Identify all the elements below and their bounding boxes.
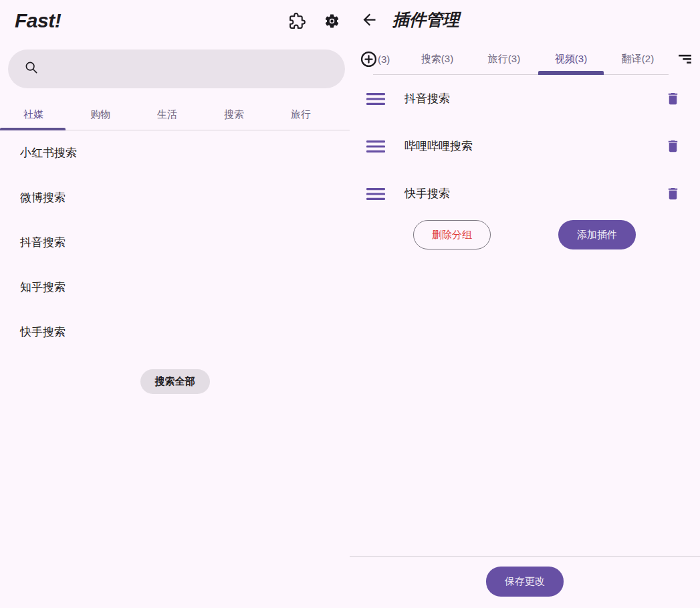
settings-button[interactable] [324,13,340,29]
tab-travel[interactable]: 旅行 [267,99,334,130]
trash-icon [665,186,681,201]
list-item[interactable]: 微博搜索 [0,175,350,220]
plugin-group-tab-bar: (3) 搜索(3) 旅行(3) 视频(3) 翻译(2) [350,43,700,75]
trash-icon [665,91,681,106]
plugin-name: 抖音搜索 [404,91,665,106]
header-actions [289,13,340,29]
tab-group-translate[interactable]: 翻译(2) [604,43,671,75]
sort-icon [677,51,693,68]
search-input[interactable] [48,49,345,88]
extension-icon [289,13,306,29]
sort-button[interactable] [677,51,693,68]
save-changes-button[interactable]: 保存更改 [486,567,564,597]
spacer [350,249,700,556]
tab-label: 搜索(3) [421,53,453,66]
tab-life[interactable]: 生活 [134,99,201,130]
app-window: Fast! [0,0,700,608]
plugin-row: 快手搜索 [350,170,700,217]
plugin-name: 快手搜索 [404,186,665,201]
drag-handle-icon[interactable] [366,187,385,201]
plugin-manager-header: 插件管理 [350,0,700,33]
tab-label: 旅行(3) [488,53,520,66]
tab-label: 视频(3) [555,53,587,66]
plugin-list: 抖音搜索 哔哩哔哩搜索 [350,75,700,217]
extension-button[interactable] [289,13,306,29]
search-bar[interactable] [8,49,345,88]
bottom-bar: 保存更改 [350,556,700,608]
tab-group-search[interactable]: 搜索(3) [404,43,471,75]
tab-social[interactable]: 社媒 [0,99,67,130]
drag-handle-icon[interactable] [366,140,385,153]
trash-icon [665,138,681,154]
tab-shopping[interactable]: 购物 [67,99,134,130]
tab-group-travel[interactable]: 旅行(3) [471,43,538,75]
home-pane: Fast! [0,0,350,608]
delete-plugin-button[interactable] [665,138,681,154]
tab-label: 社媒 [23,108,43,121]
search-all-wrap: 搜索全部 [0,369,350,394]
group-tab-bar: 社媒 购物 生活 搜索 旅行 [0,99,350,130]
group-actions: 删除分组 添加插件 [350,220,700,249]
tab-label: (3) [378,54,390,65]
search-all-button[interactable]: 搜索全部 [140,369,210,394]
left-header: Fast! [0,0,350,36]
list-item[interactable]: 抖音搜索 [0,220,350,265]
search-icon [24,60,39,78]
list-item[interactable]: 小红书搜索 [0,130,350,175]
tab-label: 翻译(2) [622,53,654,66]
delete-plugin-button[interactable] [665,186,681,201]
tab-group-video[interactable]: 视频(3) [538,43,604,75]
app-title: Fast! [15,9,61,32]
tab-label: 搜索 [224,108,244,121]
tab-label: 生活 [157,108,177,121]
tab-indicator [0,128,66,130]
plugin-row: 哔哩哔哩搜索 [350,122,700,170]
tab-label: 购物 [90,108,110,121]
add-plugin-button[interactable]: 添加插件 [558,220,636,249]
gear-icon [324,13,340,29]
delete-group-button[interactable]: 删除分组 [413,220,491,249]
add-group-button[interactable] [359,49,378,68]
tab-bar-divider [373,74,669,75]
back-button[interactable] [360,11,378,29]
tab-label: 旅行 [291,108,311,121]
delete-plugin-button[interactable] [665,91,681,106]
drag-handle-icon[interactable] [366,92,385,106]
tab-group-0[interactable]: (3) [378,43,404,75]
plugin-row: 抖音搜索 [350,75,700,122]
arrow-left-icon [360,11,378,29]
list-item[interactable]: 知乎搜索 [0,265,350,310]
plugin-shortcut-list: 小红书搜索 微博搜索 抖音搜索 知乎搜索 快手搜索 [0,130,350,354]
tab-indicator [538,71,604,75]
tab-search[interactable]: 搜索 [201,99,267,130]
list-item[interactable]: 快手搜索 [0,310,350,354]
plugin-name: 哔哩哔哩搜索 [404,138,665,154]
plugin-manager-pane: 插件管理 (3) 搜索(3) 旅行(3) [350,0,700,608]
page-title: 插件管理 [392,9,459,31]
plus-circle-icon [360,50,378,68]
